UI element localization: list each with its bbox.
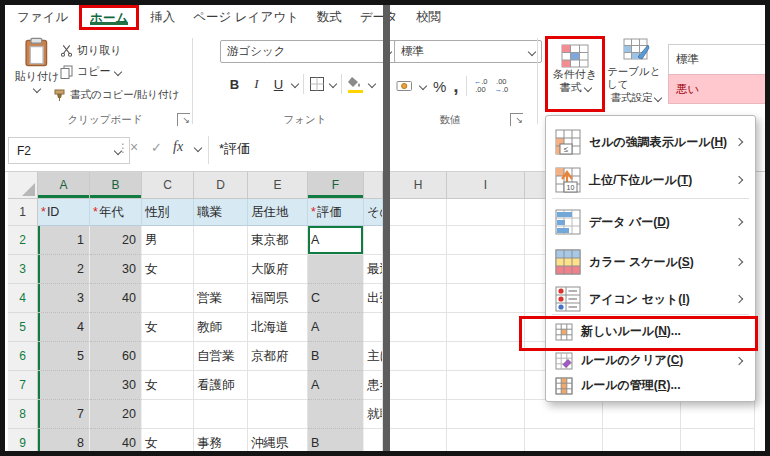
menu-item-top-bottom-rules[interactable]: 10上位/下位ルール(T) xyxy=(547,161,754,199)
field-header-cell[interactable]: 職業 xyxy=(194,199,248,226)
cut-button[interactable]: 切り取り xyxy=(60,43,122,58)
field-header-cell[interactable]: *評価 xyxy=(308,199,364,226)
cell[interactable]: 営業 xyxy=(194,284,248,313)
field-header-cell[interactable]: 性別 xyxy=(142,199,194,226)
borders-button[interactable] xyxy=(309,76,325,92)
cell[interactable]: 男 xyxy=(142,226,194,255)
font-name-combo[interactable]: 游ゴシック xyxy=(220,40,398,63)
cell[interactable]: 東京都 xyxy=(248,226,308,255)
menu-item-icon-sets[interactable]: アイコン セット(I) xyxy=(547,282,754,316)
field-header-cell[interactable]: その xyxy=(364,199,383,226)
empty-cell[interactable] xyxy=(447,371,525,400)
tab-data[interactable]: データ xyxy=(351,5,407,30)
menu-item-manage-rules[interactable]: ルールの管理(R)... xyxy=(547,373,754,398)
row-header-8[interactable]: 8 xyxy=(8,400,38,429)
cell[interactable]: 大阪府 xyxy=(248,255,308,284)
cell[interactable]: 京都府 xyxy=(248,342,308,371)
cell[interactable]: 福岡県 xyxy=(248,284,308,313)
cell[interactable]: 看護師 xyxy=(194,371,248,400)
cell[interactable] xyxy=(308,255,364,284)
empty-cell[interactable] xyxy=(447,226,525,255)
cell[interactable] xyxy=(194,226,248,255)
empty-cell[interactable] xyxy=(681,429,755,456)
cell[interactable]: 北海道 xyxy=(248,313,308,342)
cell[interactable] xyxy=(248,400,308,429)
cell[interactable]: 女 xyxy=(142,313,194,342)
empty-cell[interactable] xyxy=(447,342,525,371)
paste-button[interactable]: 貼り付け xyxy=(13,37,61,92)
cell[interactable]: 30 xyxy=(90,371,142,400)
copy-button[interactable]: コピー xyxy=(60,64,121,79)
empty-cell[interactable] xyxy=(447,255,525,284)
row-header-6[interactable]: 6 xyxy=(8,342,38,371)
empty-cell[interactable] xyxy=(447,199,525,226)
cell[interactable] xyxy=(38,371,90,400)
empty-cell[interactable] xyxy=(525,429,603,456)
column-header-E[interactable]: E xyxy=(248,172,308,199)
cell[interactable]: B xyxy=(308,342,364,371)
column-header-D[interactable]: D xyxy=(194,172,248,199)
cell[interactable]: 事務 xyxy=(194,429,248,456)
conditional-formatting-button[interactable]: 条件付き 書式 xyxy=(545,36,605,112)
empty-cell[interactable] xyxy=(390,342,447,371)
column-header-B[interactable]: B xyxy=(90,172,142,199)
row-header-1[interactable]: 1 xyxy=(8,199,38,226)
empty-cell[interactable] xyxy=(390,199,447,226)
menu-item-highlight-cells-rules[interactable]: ≤セルの強調表示ルール(H) xyxy=(547,123,754,161)
number-format-combo[interactable]: 標準 xyxy=(394,40,542,63)
empty-cell[interactable] xyxy=(390,284,447,313)
currency-format-button[interactable] xyxy=(396,79,413,93)
cell[interactable]: 20 xyxy=(90,226,142,255)
tab-formulas[interactable]: 数式 xyxy=(308,5,351,30)
field-header-cell[interactable]: *ID xyxy=(38,199,90,226)
cell-style-bad[interactable]: 悪い xyxy=(668,74,769,104)
fill-color-button[interactable] xyxy=(347,75,364,93)
select-all-corner[interactable] xyxy=(8,172,38,199)
empty-cell[interactable] xyxy=(447,429,525,456)
column-header-H[interactable]: H xyxy=(390,172,447,199)
cell[interactable] xyxy=(142,342,194,371)
tab-page-layout[interactable]: ページ レイアウト xyxy=(184,5,308,30)
field-header-cell[interactable]: 居住地 xyxy=(248,199,308,226)
underline-button[interactable]: U xyxy=(270,77,287,92)
cell[interactable]: 主に xyxy=(364,342,383,371)
row-header-2[interactable]: 2 xyxy=(8,226,38,255)
cell[interactable]: 教師 xyxy=(194,313,248,342)
cell[interactable]: 5 xyxy=(38,342,90,371)
format-painter-button[interactable]: 書式のコピー/貼り付け xyxy=(53,88,179,102)
menu-item-new-rule[interactable]: 新しいルール(N)... xyxy=(547,317,754,346)
cell[interactable] xyxy=(248,371,308,400)
menu-item-color-scales[interactable]: カラー スケール(S) xyxy=(547,242,754,282)
comma-style-button[interactable]: , xyxy=(453,81,458,91)
cell-style-normal[interactable]: 標準 xyxy=(668,44,769,75)
cell[interactable] xyxy=(308,400,364,429)
empty-cell[interactable] xyxy=(447,284,525,313)
cell[interactable]: 3 xyxy=(38,284,90,313)
cell[interactable]: 4 xyxy=(38,313,90,342)
row-header-4[interactable]: 4 xyxy=(8,284,38,313)
increase-decimal-button[interactable]: ←.0 .00 xyxy=(474,78,488,94)
cell[interactable] xyxy=(364,429,383,456)
cancel-icon[interactable]: × xyxy=(130,139,138,155)
cell[interactable]: 20 xyxy=(90,400,142,429)
cell[interactable]: A xyxy=(308,313,364,342)
formula-input[interactable]: *評価 xyxy=(219,140,250,158)
tab-file[interactable]: ファイル xyxy=(8,5,77,30)
number-dialog-launcher-icon[interactable]: ↘ xyxy=(510,113,523,126)
cell[interactable]: 女 xyxy=(142,371,194,400)
empty-cell[interactable] xyxy=(603,429,681,456)
empty-cell[interactable] xyxy=(603,400,681,429)
column-header-A[interactable]: A xyxy=(38,172,90,199)
row-header-5[interactable]: 5 xyxy=(8,313,38,342)
field-header-cell[interactable]: *年代 xyxy=(90,199,142,226)
empty-cell[interactable] xyxy=(447,313,525,342)
italic-button[interactable]: I xyxy=(248,76,265,92)
insert-function-icon[interactable]: fx xyxy=(173,139,183,155)
name-box[interactable]: F2 xyxy=(8,137,130,164)
enter-icon[interactable]: ✓ xyxy=(151,140,162,155)
cell[interactable] xyxy=(194,255,248,284)
cell[interactable]: 30 xyxy=(90,255,142,284)
menu-item-clear-rules[interactable]: ルールのクリア(C) xyxy=(547,348,754,373)
column-header-F[interactable]: F xyxy=(308,172,364,199)
cell[interactable]: 出張 xyxy=(364,284,383,313)
